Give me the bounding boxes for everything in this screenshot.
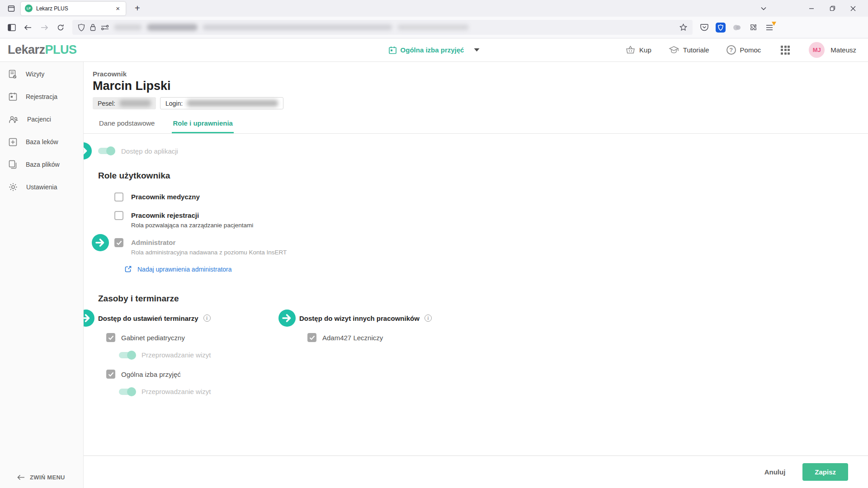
checkbox-gabinet-pediatryczny (106, 333, 115, 342)
checkbox-pracownik-medyczny[interactable] (114, 192, 123, 202)
other-visits-column: Dostęp do wizyt innych pracowników i Ada… (299, 313, 500, 406)
collapse-menu-button[interactable]: ZWIŃ MENU (17, 474, 65, 481)
tutorials-button[interactable]: Tutoriale (669, 46, 709, 54)
role-description: Rola administracyjna nadawana z poziomu … (131, 249, 287, 256)
help-button[interactable]: ? Pomoc (726, 45, 761, 55)
url-bar[interactable] (72, 20, 693, 35)
shield-icon[interactable] (78, 23, 85, 32)
sidebar-item-label: Pacjenci (27, 116, 51, 123)
sidebar-toggle-icon[interactable] (5, 20, 19, 35)
app-access-row: Dostęp do aplikacji (98, 145, 868, 157)
sidebar: Wizyty Rejestracja Pacjenci Baza leków B… (0, 62, 84, 488)
basket-icon (626, 46, 635, 54)
grant-admin-link[interactable]: Nadaj uprawnienia administratora (124, 265, 868, 273)
role-row-administrator: Administrator Rola administracyjna nadaw… (114, 238, 868, 256)
avatar[interactable]: MJ (809, 42, 825, 58)
visits-toggle (119, 352, 135, 358)
tab-title: Lekarz PLUS (36, 5, 110, 12)
bitwarden-icon[interactable] (713, 20, 728, 35)
sidebar-item-label: Baza plików (26, 161, 60, 168)
login-chip: Login: (160, 97, 283, 109)
annotation-arrow-icon (84, 142, 92, 160)
pocket-icon[interactable] (697, 20, 712, 35)
menu-icon[interactable] (762, 20, 777, 35)
checkbox-ogolna-izba (106, 370, 115, 379)
checkbox-adam427 (307, 333, 316, 342)
buy-label: Kup (639, 46, 651, 54)
role-label: Pracownik medyczny (131, 192, 200, 202)
sidebar-item-label: Baza leków (26, 138, 58, 145)
lock-icon[interactable] (90, 23, 96, 31)
login-value-redacted (187, 100, 278, 107)
calendar-item-gabinet: Gabinet pediatryczny (106, 333, 299, 342)
arrow-left-icon (17, 474, 25, 480)
permissions-icon[interactable] (101, 24, 109, 31)
login-label: Login: (165, 100, 183, 107)
sidebar-item-baza-lekow[interactable]: Baza leków (0, 131, 83, 153)
back-icon[interactable] (21, 20, 35, 35)
visits-document-icon (9, 70, 17, 79)
restore-icon[interactable] (822, 1, 843, 16)
extension-icon[interactable] (730, 20, 744, 35)
files-icon (9, 160, 17, 169)
puzzle-icon[interactable] (746, 20, 760, 35)
app-access-toggle[interactable] (98, 148, 114, 154)
browser-tab[interactable]: LP Lekarz PLUS × (21, 2, 126, 15)
pesel-chip: Pesel: (93, 97, 156, 109)
close-window-icon[interactable] (843, 1, 863, 16)
minimize-icon[interactable] (801, 1, 822, 16)
sidebar-item-label: Rejestracja (26, 93, 57, 100)
tab-favicon: LP (25, 5, 33, 12)
firefox-view-icon[interactable] (5, 3, 18, 14)
save-button[interactable]: Zapisz (802, 463, 848, 481)
bookmark-star-icon[interactable] (679, 23, 687, 31)
browser-titlebar: LP Lekarz PLUS × + (0, 0, 868, 17)
tabs-chevron-icon[interactable] (753, 1, 774, 16)
sidebar-item-baza-plikow[interactable]: Baza plików (0, 153, 83, 176)
buy-button[interactable]: Kup (626, 46, 651, 54)
role-label: Administrator (131, 238, 287, 247)
pesel-label: Pesel: (98, 100, 115, 107)
help-label: Pomoc (740, 46, 761, 54)
checkbox-pracownik-rejestracji[interactable] (114, 211, 123, 220)
sidebar-item-wizyty[interactable]: Wizyty (0, 63, 83, 85)
roles-heading: Role użytkownika (98, 171, 868, 181)
url-redacted-segment (114, 24, 142, 30)
other-visits-item-label: Adam427 Leczniczy (322, 334, 383, 342)
calendars-heading-row: Dostęp do ustawień terminarzy i (98, 313, 299, 324)
url-redacted-segment (203, 24, 392, 30)
tab-dane-podstawowe[interactable]: Dane podstawowe (98, 116, 156, 133)
close-tab-icon[interactable]: × (114, 4, 122, 13)
facility-label: Ogólna izba przyjęć (401, 46, 464, 54)
reload-icon[interactable] (53, 20, 68, 35)
tab-role-i-uprawnienia[interactable]: Role i uprawnienia (172, 116, 234, 133)
visits-toggle-label: Przeprowadzanie wizyt (142, 351, 211, 359)
visit-toggle-row: Przeprowadzanie wizyt (119, 388, 299, 395)
sidebar-item-ustawienia[interactable]: Ustawienia (0, 176, 83, 198)
main-panel: Pracownik Marcin Lipski Pesel: Login: Da… (84, 62, 868, 488)
facility-selector[interactable]: Ogólna izba przyjęć (389, 46, 480, 54)
calendars-heading: Dostęp do ustawień terminarzy (98, 314, 198, 322)
sidebar-item-rejestracja[interactable]: Rejestracja (0, 85, 83, 108)
checkbox-administrator (114, 238, 123, 247)
other-visits-heading-row: Dostęp do wizyt innych pracowników i (299, 313, 500, 324)
employee-eyebrow: Pracownik (93, 70, 868, 78)
new-tab-icon[interactable]: + (131, 3, 144, 14)
cancel-button[interactable]: Anuluj (764, 468, 786, 476)
role-row-pracownik-rejestracji: Pracownik rejestracji Rola pozwalająca n… (114, 211, 868, 229)
calendars-column: Dostęp do ustawień terminarzy i Gabinet … (98, 313, 299, 406)
sidebar-item-pacjenci[interactable]: Pacjenci (0, 108, 83, 131)
app-header: LekarzPLUS Ogólna izba przyjęć Kup Tutor… (0, 38, 868, 62)
external-link-icon (124, 265, 132, 273)
calendar-item-label: Gabinet pediatryczny (121, 334, 185, 342)
other-visits-item: Adam427 Leczniczy (307, 333, 500, 342)
role-description: Rola pozwalająca na zarządzanie pacjenta… (131, 222, 253, 229)
apps-grid-icon[interactable] (781, 46, 790, 55)
header-right: Kup Tutoriale ? Pomoc MJ Mateusz (609, 42, 856, 58)
info-icon[interactable]: i (203, 314, 211, 322)
pesel-value-redacted (119, 100, 151, 107)
medicine-icon (9, 138, 17, 146)
info-icon[interactable]: i (425, 314, 432, 322)
logo-primary: Lekarz (8, 43, 45, 56)
user-name[interactable]: Mateusz (830, 46, 856, 54)
